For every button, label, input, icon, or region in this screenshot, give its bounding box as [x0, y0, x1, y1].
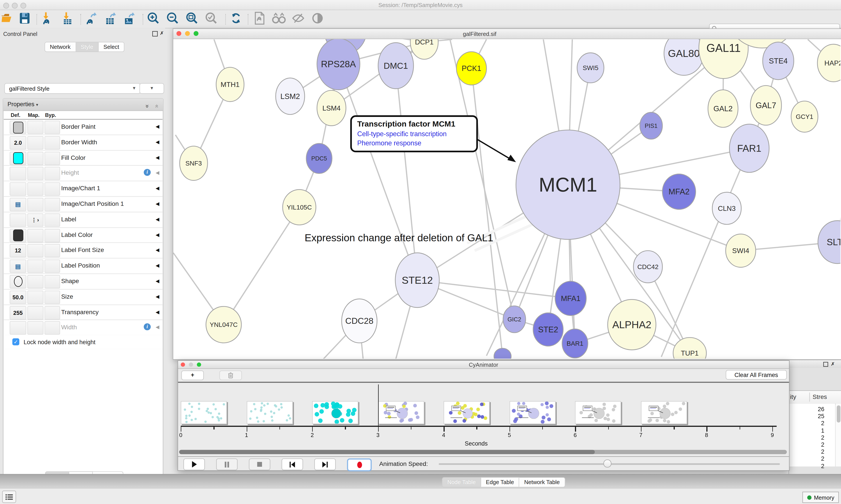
network-node-gic2[interactable]: GIC2 [503, 306, 526, 332]
network-node-lsm2[interactable]: LSM2 [276, 78, 305, 114]
property-row-label-color[interactable]: Label Color◀ [4, 228, 162, 243]
clear-all-frames-button[interactable]: Clear All Frames [726, 370, 787, 380]
network-node-gal7[interactable]: GAL7 [750, 86, 782, 125]
record-button[interactable] [347, 458, 372, 471]
network-edge[interactable] [396, 66, 417, 280]
style-options-button[interactable]: ▼ [140, 83, 164, 94]
expand-property-icon[interactable]: ◀ [156, 293, 159, 299]
network-node-gal2[interactable]: GAL2 [708, 90, 738, 127]
network-node-mfa2[interactable]: MFA2 [662, 174, 696, 210]
expand-property-icon[interactable]: ◀ [156, 139, 159, 144]
save-button[interactable] [17, 12, 33, 26]
go-to-end-button[interactable] [314, 458, 336, 470]
go-to-start-button[interactable] [282, 458, 303, 470]
mapping-icon[interactable]: ⋮› [31, 217, 40, 223]
info-icon[interactable]: i [144, 169, 151, 176]
lock-checkbox[interactable]: ✓ [12, 339, 19, 345]
network-node-snf3[interactable]: SNF3 [180, 146, 208, 180]
pause-button[interactable] [216, 458, 238, 470]
network-node-pis1[interactable]: PIS1 [640, 112, 662, 139]
expand-property-icon[interactable]: ◀ [156, 124, 159, 129]
position-icon[interactable]: ▤ [15, 201, 21, 208]
network-node-swi5[interactable]: SWI5 [577, 53, 604, 83]
expand-all-icon[interactable]: » [146, 101, 149, 110]
float-panel-icon[interactable] [823, 362, 828, 367]
property-row-width[interactable]: Widthi◀ [4, 320, 162, 336]
network-document-button[interactable] [252, 12, 268, 26]
expand-property-icon[interactable]: ◀ [156, 278, 159, 284]
timeline-playhead[interactable] [378, 384, 379, 426]
expand-property-icon[interactable]: ◀ [156, 232, 159, 237]
tab-node-table[interactable]: Node Table [442, 477, 481, 488]
close-window-icon[interactable] [3, 3, 9, 8]
property-row-fill-color[interactable]: Fill Color◀ [4, 150, 162, 166]
zoom-selected-button[interactable] [203, 12, 219, 26]
expand-property-icon[interactable]: ◀ [156, 309, 159, 314]
open-folder-button[interactable] [0, 12, 16, 26]
network-node-rps28a[interactable]: RPS28A [317, 39, 360, 90]
table-scrollbar[interactable] [836, 404, 841, 467]
zoom-icon[interactable] [194, 31, 198, 36]
network-node-far1[interactable]: FAR1 [730, 124, 769, 172]
network-node-swi4[interactable]: SWI4 [726, 234, 756, 267]
network-node-dcp1[interactable]: DCP1 [410, 39, 438, 59]
memory-button[interactable]: Memory [803, 492, 839, 503]
binoculars-button[interactable] [271, 12, 287, 26]
property-row-height[interactable]: Heighti◀ [4, 166, 162, 181]
frame-thumbnail-5[interactable] [444, 401, 490, 424]
collapse-all-icon[interactable]: « [156, 101, 159, 110]
hide-details-button[interactable] [290, 12, 306, 26]
network-node-dmc1[interactable]: DMC1 [378, 43, 414, 89]
default-value[interactable]: 12 [10, 245, 26, 257]
property-row-size[interactable]: 50.0Size◀ [4, 289, 162, 305]
minimize-window-icon[interactable] [12, 3, 18, 8]
network-edge[interactable] [223, 207, 299, 325]
color-swatch[interactable] [13, 122, 23, 133]
default-value[interactable]: 2.0 [10, 137, 26, 149]
network-node-mth1[interactable]: MTH1 [216, 67, 244, 102]
close-panel-icon[interactable]: ✗ [831, 361, 835, 367]
color-swatch[interactable] [13, 152, 23, 164]
network-node-pdc5[interactable]: PDC5 [306, 143, 332, 174]
play-button[interactable] [183, 458, 205, 470]
position-icon[interactable]: ▤ [15, 263, 21, 270]
tab-network-table[interactable]: Network Table [519, 477, 565, 488]
expand-property-icon[interactable]: ◀ [156, 201, 159, 206]
table-header-row[interactable]: ity Stres [789, 390, 841, 404]
frame-thumbnail-7[interactable] [575, 401, 621, 424]
timeline-ruler[interactable] [181, 426, 776, 427]
network-node-ynl047c[interactable]: YNL047C [206, 307, 241, 343]
show-graphics-button[interactable] [309, 12, 325, 26]
table-cell[interactable]: 2 [789, 448, 824, 455]
property-row-transparency[interactable]: 255Transparency◀ [4, 305, 162, 320]
style-selector[interactable]: galFiltered Style▼ [4, 83, 141, 94]
export-network-button[interactable] [83, 12, 99, 26]
import-network-button[interactable] [39, 12, 55, 26]
float-panel-icon[interactable] [153, 31, 158, 36]
annotation-link[interactable]: Pheromone response [357, 140, 471, 147]
network-node-ste4[interactable]: STE4 [763, 42, 794, 79]
network-node-cln3[interactable]: CLN3 [712, 192, 741, 224]
network-node-gal11[interactable]: GAL11 [699, 39, 748, 78]
network-node-pck1[interactable]: PCK1 [457, 52, 486, 85]
task-history-button[interactable] [2, 491, 16, 503]
network-view[interactable]: DCP1RPS28ADMC1PCK1SWI5GAL80GAL11STE4HAP2… [173, 39, 841, 359]
export-image-button[interactable] [121, 12, 137, 26]
network-node-cdc28[interactable]: CDC28 [342, 299, 377, 343]
network-node-gcy1[interactable]: GCY1 [791, 101, 818, 132]
default-value[interactable]: 255 [10, 307, 26, 319]
properties-header[interactable]: Properties ▾ » « [3, 99, 163, 111]
cyanimator-titlebar[interactable]: CyAnimator [178, 361, 789, 369]
property-row-label-position[interactable]: ▤Label Position◀ [4, 258, 162, 274]
network-node-hap2[interactable]: HAP2 [817, 44, 840, 82]
network-node-gal80[interactable]: GAL80 [664, 39, 704, 75]
property-row-image-chart-position-1[interactable]: ▤Image/Chart Position 1◀ [4, 197, 162, 212]
zoom-out-button[interactable] [165, 12, 181, 26]
timeline-scrollbar-thumb[interactable] [179, 450, 595, 454]
ellipse-shape-icon[interactable] [14, 276, 22, 287]
cyanimator-timeline[interactable]: 0123456789Seconds [178, 383, 789, 456]
close-panel-icon[interactable]: ✗ [160, 31, 164, 36]
property-row-label-font-size[interactable]: 12Label Font Size◀ [4, 243, 162, 258]
expand-property-icon[interactable]: ◀ [156, 155, 159, 160]
tab-edge-table[interactable]: Edge Table [481, 477, 519, 488]
